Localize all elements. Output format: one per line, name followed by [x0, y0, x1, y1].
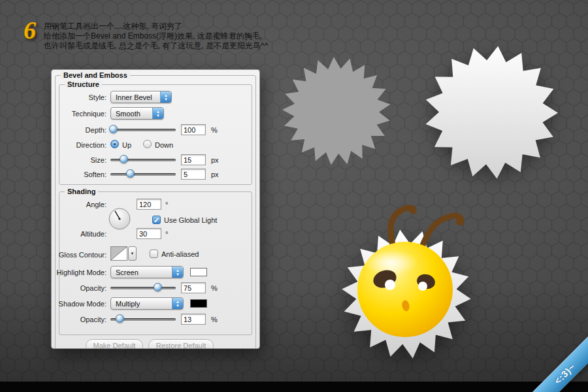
- direction-up-radio[interactable]: [110, 140, 119, 148]
- shadow-mode-label: Shadow Mode:: [52, 300, 106, 308]
- style-dropdown-value: Inner Bevel: [116, 93, 152, 101]
- shadow-opacity-label: Opacity:: [52, 316, 106, 323]
- bee-character: [342, 206, 470, 359]
- technique-label: Technique:: [52, 110, 106, 118]
- dropdown-arrows-icon: ▲ ▼: [160, 91, 171, 103]
- style-label: Style:: [52, 93, 106, 101]
- bee-antenna-left-tip: [409, 206, 416, 214]
- depth-unit: %: [211, 126, 218, 134]
- use-global-light-checkbox[interactable]: ✓: [152, 216, 161, 224]
- direction-down-radio[interactable]: [143, 140, 152, 148]
- dropdown-arrow-icon: ▼: [131, 252, 135, 255]
- size-input[interactable]: [181, 154, 206, 165]
- soften-slider[interactable]: [110, 169, 176, 179]
- size-unit: px: [211, 156, 219, 164]
- bee-antenna-right-tip: [456, 218, 463, 225]
- bee-eye-left-white: [385, 280, 395, 290]
- highlight-opacity-slider[interactable]: [110, 282, 176, 293]
- shadow-mode-value: Multiply: [116, 300, 140, 308]
- tutorial-line-3: 也许叫鬃毛或是绒毛, 总之是个毛, 有了这玩意, 是不是更阳光鸟^^: [44, 41, 305, 51]
- gray-burst-shape: [282, 57, 390, 165]
- step-number: 6: [24, 16, 36, 44]
- size-slider[interactable]: [110, 154, 176, 165]
- structure-title: Structure: [65, 80, 102, 88]
- shadow-opacity-input[interactable]: [181, 314, 206, 325]
- altitude-input[interactable]: [137, 228, 161, 239]
- use-global-light-label: Use Global Light: [164, 216, 217, 224]
- white-burst-shape: [426, 46, 558, 179]
- bevel-and-emboss-panel: Bevel and Emboss Structure Style: Inner …: [51, 69, 260, 349]
- shading-title: Shading: [65, 188, 98, 195]
- shadow-opacity-thumb[interactable]: [116, 314, 124, 323]
- angle-dial[interactable]: [108, 207, 131, 231]
- soften-unit: px: [211, 171, 219, 178]
- altitude-unit: °: [165, 230, 168, 238]
- gloss-contour-picker-button[interactable]: ▼: [128, 246, 137, 261]
- tutorial-line-1: 用钢笔工具画出一个....这种形, 哥词穷了: [44, 22, 305, 31]
- angle-input[interactable]: [137, 199, 161, 210]
- technique-dropdown-value: Smooth: [116, 110, 140, 118]
- shadow-mode-dropdown[interactable]: Multiply ▲ ▼: [110, 297, 184, 310]
- highlight-opacity-input[interactable]: [181, 282, 206, 293]
- arrow-down-icon: ▼: [156, 114, 160, 118]
- depth-input[interactable]: [181, 124, 206, 135]
- dropdown-arrows-icon: ▲ ▼: [152, 108, 163, 119]
- highlight-opacity-label: Opacity:: [52, 284, 106, 292]
- gloss-contour-thumbnail[interactable]: [110, 246, 127, 261]
- depth-slider[interactable]: [110, 124, 176, 135]
- panel-title: Bevel and Emboss: [61, 71, 130, 79]
- restore-default-button[interactable]: Restore Default: [148, 339, 214, 349]
- depth-slider-thumb[interactable]: [109, 125, 118, 133]
- anti-aliased-label: Anti-aliased: [161, 250, 199, 258]
- dropdown-arrows-icon: ▲ ▼: [172, 298, 183, 309]
- highlight-mode-value: Screen: [116, 269, 139, 276]
- depth-slider-track: [110, 129, 176, 131]
- highlight-opacity-track: [110, 287, 176, 289]
- altitude-label: Altitude:: [52, 230, 106, 238]
- angle-unit: °: [165, 201, 168, 208]
- shadow-color-swatch[interactable]: [190, 299, 207, 308]
- angle-label: Angle:: [52, 201, 106, 208]
- shadow-opacity-unit: %: [211, 316, 218, 323]
- checkmark-icon: ✓: [154, 216, 159, 224]
- direction-up-label: Up: [122, 141, 131, 149]
- make-default-button[interactable]: Make Default: [86, 339, 143, 349]
- bottom-black-bar: [0, 382, 588, 392]
- soften-label: Soften:: [52, 171, 106, 178]
- highlight-opacity-unit: %: [211, 284, 218, 292]
- highlight-color-swatch[interactable]: [190, 268, 207, 276]
- technique-dropdown[interactable]: Smooth ▲ ▼: [110, 107, 164, 120]
- direction-down-label: Down: [155, 141, 173, 149]
- soften-slider-thumb[interactable]: [126, 169, 135, 178]
- bee-eye-right-white: [418, 282, 427, 291]
- highlight-mode-label: Highlight Mode:: [52, 269, 106, 276]
- tutorial-line-2: 给他添加一个Bevel and Emboss(浮雕)效果, 这是蜜蜂君的胸毛,: [44, 31, 305, 41]
- highlight-opacity-thumb[interactable]: [154, 283, 162, 291]
- style-dropdown[interactable]: Inner Bevel ▲ ▼: [110, 91, 172, 103]
- arrow-down-icon: ▼: [176, 304, 180, 308]
- shadow-opacity-slider[interactable]: [110, 314, 176, 324]
- arrow-down-icon: ▼: [164, 97, 168, 101]
- tutorial-text: 用钢笔工具画出一个....这种形, 哥词穷了 给他添加一个Bevel and E…: [44, 22, 305, 51]
- size-slider-thumb[interactable]: [120, 155, 128, 163]
- size-label: Size:: [52, 156, 106, 164]
- soften-input[interactable]: [181, 169, 206, 180]
- gloss-contour-label: Gloss Contour:: [52, 251, 106, 259]
- soften-slider-track: [110, 173, 176, 176]
- arrow-down-icon: ▼: [176, 272, 180, 276]
- dropdown-arrows-icon: ▲ ▼: [172, 267, 183, 278]
- anti-aliased-checkbox[interactable]: [150, 250, 158, 258]
- direction-label: Direction:: [52, 141, 106, 149]
- depth-label: Depth:: [52, 126, 106, 134]
- highlight-mode-dropdown[interactable]: Screen ▲ ▼: [110, 266, 184, 278]
